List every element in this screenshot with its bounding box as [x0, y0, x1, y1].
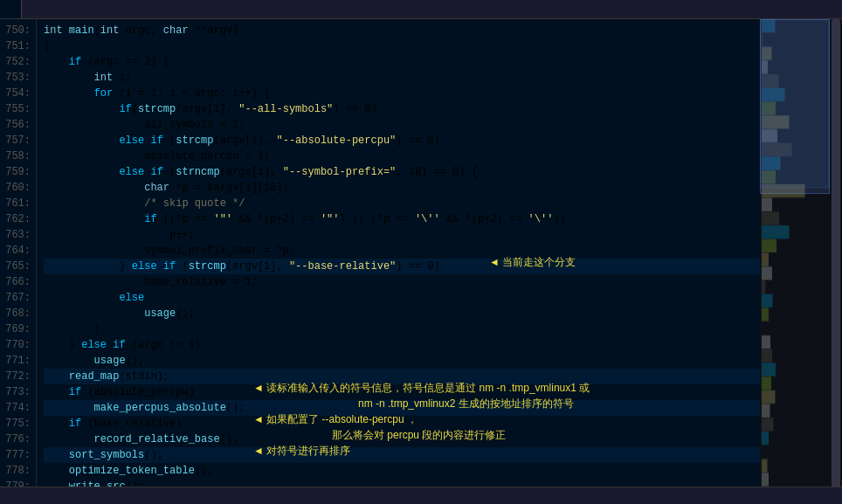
minimap[interactable] [760, 19, 830, 487]
code-area: 750:751:752:753:754:755:756:757:758:759:… [0, 19, 842, 487]
code-lines: int main(int argc, char **argv){ if (arg… [37, 19, 760, 487]
line-numbers: 750:751:752:753:754:755:756:757:758:759:… [0, 19, 37, 487]
active-tab[interactable] [0, 0, 22, 18]
editor-container: 750:751:752:753:754:755:756:757:758:759:… [0, 0, 842, 504]
scrollbar-thumb[interactable] [832, 19, 840, 487]
status-bar [0, 487, 842, 504]
tab-bar [0, 0, 842, 19]
minimap-highlight [760, 19, 830, 194]
scrollbar[interactable] [830, 19, 842, 487]
